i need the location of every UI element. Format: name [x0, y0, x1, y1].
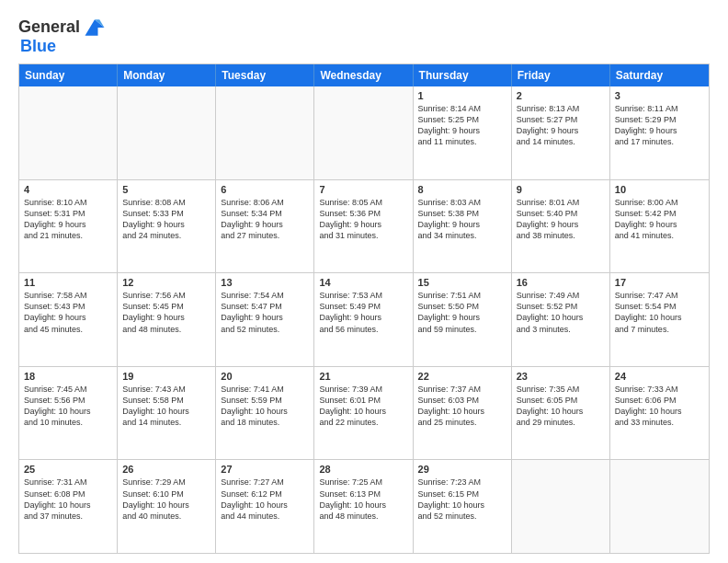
cal-week-0: 1Sunrise: 8:14 AM Sunset: 5:25 PM Daylig… — [19, 86, 709, 179]
cal-cell: 26Sunrise: 7:29 AM Sunset: 6:10 PM Dayli… — [118, 460, 216, 553]
cell-info: Sunrise: 7:31 AM Sunset: 6:08 PM Dayligh… — [24, 477, 112, 522]
cal-cell: 9Sunrise: 8:01 AM Sunset: 5:40 PM Daylig… — [512, 180, 610, 273]
calendar-body: 1Sunrise: 8:14 AM Sunset: 5:25 PM Daylig… — [19, 86, 709, 553]
cell-info: Sunrise: 8:13 AM Sunset: 5:27 PM Dayligh… — [517, 103, 605, 148]
cal-cell: 25Sunrise: 7:31 AM Sunset: 6:08 PM Dayli… — [19, 460, 118, 553]
cal-cell: 23Sunrise: 7:35 AM Sunset: 6:05 PM Dayli… — [512, 367, 610, 460]
day-number: 28 — [319, 464, 407, 475]
cal-cell — [610, 460, 709, 553]
cal-header-sunday: Sunday — [19, 64, 118, 86]
day-number: 2 — [517, 90, 605, 101]
cell-info: Sunrise: 7:33 AM Sunset: 6:06 PM Dayligh… — [615, 384, 704, 429]
cal-cell: 28Sunrise: 7:25 AM Sunset: 6:13 PM Dayli… — [314, 460, 413, 553]
header: General Blue — [18, 15, 710, 56]
cell-info: Sunrise: 7:43 AM Sunset: 5:58 PM Dayligh… — [122, 384, 210, 429]
cell-info: Sunrise: 7:39 AM Sunset: 6:01 PM Dayligh… — [319, 384, 407, 429]
page: General Blue SundayMondayTuesdayWednesda… — [0, 0, 728, 563]
cell-info: Sunrise: 8:11 AM Sunset: 5:29 PM Dayligh… — [615, 103, 704, 148]
day-number: 19 — [122, 371, 210, 382]
cell-info: Sunrise: 7:54 AM Sunset: 5:47 PM Dayligh… — [221, 290, 309, 335]
day-number: 1 — [418, 90, 506, 101]
cell-info: Sunrise: 7:53 AM Sunset: 5:49 PM Dayligh… — [319, 290, 407, 335]
day-number: 9 — [517, 184, 605, 195]
cal-cell — [314, 86, 413, 179]
cal-cell: 15Sunrise: 7:51 AM Sunset: 5:50 PM Dayli… — [414, 273, 512, 366]
day-number: 8 — [418, 184, 506, 195]
calendar: SundayMondayTuesdayWednesdayThursdayFrid… — [18, 63, 710, 554]
cell-info: Sunrise: 8:05 AM Sunset: 5:36 PM Dayligh… — [319, 197, 407, 242]
cell-info: Sunrise: 7:27 AM Sunset: 6:12 PM Dayligh… — [221, 477, 309, 522]
cal-cell: 5Sunrise: 8:08 AM Sunset: 5:33 PM Daylig… — [118, 180, 216, 273]
day-number: 24 — [615, 371, 704, 382]
cal-cell: 11Sunrise: 7:58 AM Sunset: 5:43 PM Dayli… — [19, 273, 118, 366]
cal-cell: 19Sunrise: 7:43 AM Sunset: 5:58 PM Dayli… — [118, 367, 216, 460]
cal-cell: 16Sunrise: 7:49 AM Sunset: 5:52 PM Dayli… — [512, 273, 610, 366]
day-number: 12 — [122, 277, 210, 288]
cal-cell — [512, 460, 610, 553]
cal-cell: 12Sunrise: 7:56 AM Sunset: 5:45 PM Dayli… — [118, 273, 216, 366]
cal-cell: 8Sunrise: 8:03 AM Sunset: 5:38 PM Daylig… — [414, 180, 512, 273]
logo-text: General — [18, 18, 80, 37]
calendar-header-row: SundayMondayTuesdayWednesdayThursdayFrid… — [19, 64, 709, 86]
cal-header-thursday: Thursday — [414, 64, 512, 86]
day-number: 23 — [517, 371, 605, 382]
cell-info: Sunrise: 7:47 AM Sunset: 5:54 PM Dayligh… — [615, 290, 704, 335]
cal-cell: 24Sunrise: 7:33 AM Sunset: 6:06 PM Dayli… — [610, 367, 709, 460]
svg-marker-0 — [85, 19, 105, 36]
day-number: 25 — [24, 464, 112, 475]
cell-info: Sunrise: 8:00 AM Sunset: 5:42 PM Dayligh… — [615, 197, 704, 242]
day-number: 13 — [221, 277, 309, 288]
day-number: 29 — [418, 464, 506, 475]
cal-cell: 29Sunrise: 7:23 AM Sunset: 6:15 PM Dayli… — [414, 460, 512, 553]
cal-cell: 27Sunrise: 7:27 AM Sunset: 6:12 PM Dayli… — [216, 460, 314, 553]
logo: General Blue — [18, 15, 108, 56]
day-number: 15 — [418, 277, 506, 288]
day-number: 26 — [122, 464, 210, 475]
cell-info: Sunrise: 7:35 AM Sunset: 6:05 PM Dayligh… — [517, 384, 605, 429]
cal-cell: 4Sunrise: 8:10 AM Sunset: 5:31 PM Daylig… — [19, 180, 118, 273]
cell-info: Sunrise: 7:51 AM Sunset: 5:50 PM Dayligh… — [418, 290, 506, 335]
cal-header-friday: Friday — [512, 64, 610, 86]
cal-header-saturday: Saturday — [610, 64, 709, 86]
cal-cell: 6Sunrise: 8:06 AM Sunset: 5:34 PM Daylig… — [216, 180, 314, 273]
cell-info: Sunrise: 8:06 AM Sunset: 5:34 PM Dayligh… — [221, 197, 309, 242]
day-number: 4 — [24, 184, 112, 195]
cal-cell: 3Sunrise: 8:11 AM Sunset: 5:29 PM Daylig… — [610, 86, 709, 179]
cal-cell: 1Sunrise: 8:14 AM Sunset: 5:25 PM Daylig… — [414, 86, 512, 179]
day-number: 17 — [615, 277, 704, 288]
day-number: 11 — [24, 277, 112, 288]
cal-cell: 22Sunrise: 7:37 AM Sunset: 6:03 PM Dayli… — [414, 367, 512, 460]
cell-info: Sunrise: 7:45 AM Sunset: 5:56 PM Dayligh… — [24, 384, 112, 429]
cal-cell — [118, 86, 216, 179]
day-number: 3 — [615, 90, 704, 101]
cell-info: Sunrise: 8:14 AM Sunset: 5:25 PM Dayligh… — [418, 103, 506, 148]
cal-cell: 20Sunrise: 7:41 AM Sunset: 5:59 PM Dayli… — [216, 367, 314, 460]
cal-header-monday: Monday — [118, 64, 216, 86]
cal-cell: 10Sunrise: 8:00 AM Sunset: 5:42 PM Dayli… — [610, 180, 709, 273]
cell-info: Sunrise: 7:25 AM Sunset: 6:13 PM Dayligh… — [319, 477, 407, 522]
day-number: 21 — [319, 371, 407, 382]
cell-info: Sunrise: 7:23 AM Sunset: 6:15 PM Dayligh… — [418, 477, 506, 522]
cell-info: Sunrise: 7:29 AM Sunset: 6:10 PM Dayligh… — [122, 477, 210, 522]
day-number: 27 — [221, 464, 309, 475]
day-number: 14 — [319, 277, 407, 288]
day-number: 16 — [517, 277, 605, 288]
cell-info: Sunrise: 7:37 AM Sunset: 6:03 PM Dayligh… — [418, 384, 506, 429]
logo-icon — [82, 15, 108, 40]
cal-cell: 21Sunrise: 7:39 AM Sunset: 6:01 PM Dayli… — [314, 367, 413, 460]
cal-header-wednesday: Wednesday — [314, 64, 413, 86]
cell-info: Sunrise: 8:10 AM Sunset: 5:31 PM Dayligh… — [24, 197, 112, 242]
cal-header-tuesday: Tuesday — [216, 64, 314, 86]
cal-week-1: 4Sunrise: 8:10 AM Sunset: 5:31 PM Daylig… — [19, 179, 709, 273]
cell-info: Sunrise: 7:56 AM Sunset: 5:45 PM Dayligh… — [122, 290, 210, 335]
cell-info: Sunrise: 8:08 AM Sunset: 5:33 PM Dayligh… — [122, 197, 210, 242]
cal-cell: 13Sunrise: 7:54 AM Sunset: 5:47 PM Dayli… — [216, 273, 314, 366]
day-number: 18 — [24, 371, 112, 382]
cal-cell: 7Sunrise: 8:05 AM Sunset: 5:36 PM Daylig… — [314, 180, 413, 273]
cal-cell: 14Sunrise: 7:53 AM Sunset: 5:49 PM Dayli… — [314, 273, 413, 366]
cell-info: Sunrise: 8:01 AM Sunset: 5:40 PM Dayligh… — [517, 197, 605, 242]
cal-cell: 2Sunrise: 8:13 AM Sunset: 5:27 PM Daylig… — [512, 86, 610, 179]
cal-cell — [216, 86, 314, 179]
cal-week-2: 11Sunrise: 7:58 AM Sunset: 5:43 PM Dayli… — [19, 272, 709, 366]
day-number: 7 — [319, 184, 407, 195]
